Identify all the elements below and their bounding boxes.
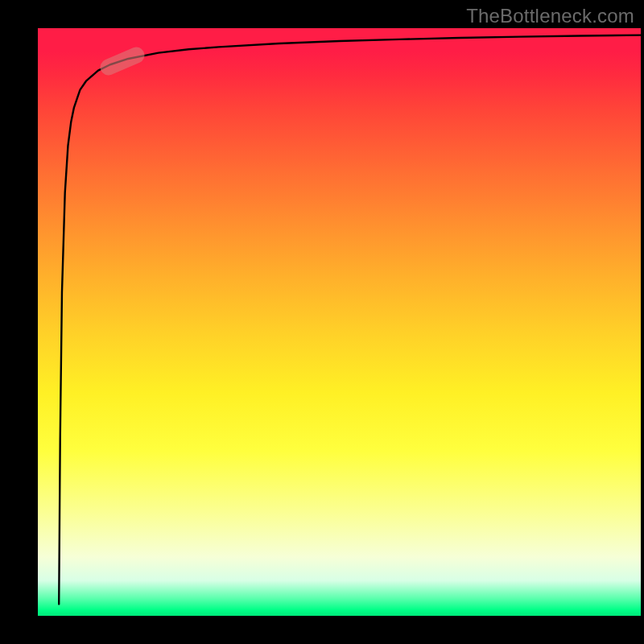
watermark-text: TheBottleneck.com [466, 5, 634, 27]
bottleneck-curve [59, 35, 641, 605]
curve-layer [38, 28, 641, 616]
chart-frame: TheBottleneck.com [0, 0, 644, 644]
